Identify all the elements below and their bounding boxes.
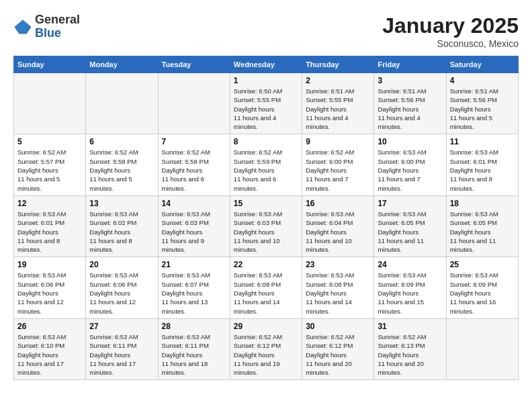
calendar-cell: 17Sunrise: 6:53 AMSunset: 6:05 PMDayligh… <box>374 195 446 257</box>
calendar-cell: 23Sunrise: 6:53 AMSunset: 6:08 PMDayligh… <box>302 257 374 318</box>
weekday-header: Saturday <box>446 56 518 73</box>
weekday-header: Thursday <box>302 56 374 73</box>
day-info: Sunrise: 6:52 AMSunset: 6:12 PMDaylight … <box>234 332 298 377</box>
calendar-cell: 25Sunrise: 6:53 AMSunset: 6:09 PMDayligh… <box>446 257 518 318</box>
day-info: Sunrise: 6:53 AMSunset: 6:11 PMDaylight … <box>89 332 154 377</box>
day-info: Sunrise: 6:53 AMSunset: 6:01 PMDaylight … <box>450 148 515 192</box>
day-number: 22 <box>234 260 298 269</box>
calendar-week-row: 12Sunrise: 6:53 AMSunset: 6:01 PMDayligh… <box>14 195 519 257</box>
calendar-title: January 2025 <box>382 13 519 38</box>
day-number: 20 <box>89 260 154 269</box>
logo: General Blue <box>13 13 80 40</box>
calendar-cell: 11Sunrise: 6:53 AMSunset: 6:01 PMDayligh… <box>446 134 518 195</box>
calendar-subtitle: Soconusco, Mexico <box>382 38 519 49</box>
calendar-cell: 30Sunrise: 6:52 AMSunset: 6:12 PMDayligh… <box>302 318 374 379</box>
day-info: Sunrise: 6:53 AMSunset: 6:03 PMDaylight … <box>162 210 226 254</box>
day-number: 25 <box>450 260 515 269</box>
calendar-cell: 8Sunrise: 6:52 AMSunset: 5:59 PMDaylight… <box>230 134 302 195</box>
day-number: 5 <box>17 137 82 146</box>
calendar-cell: 22Sunrise: 6:53 AMSunset: 6:08 PMDayligh… <box>230 257 302 318</box>
day-info: Sunrise: 6:53 AMSunset: 6:03 PMDaylight … <box>234 210 298 254</box>
day-number: 23 <box>306 260 370 269</box>
day-info: Sunrise: 6:51 AMSunset: 5:56 PMDaylight … <box>378 87 442 131</box>
day-info: Sunrise: 6:53 AMSunset: 6:01 PMDaylight … <box>17 210 82 254</box>
day-info: Sunrise: 6:53 AMSunset: 6:06 PMDaylight … <box>17 271 82 315</box>
day-info: Sunrise: 6:52 AMSunset: 5:57 PMDaylight … <box>17 148 82 192</box>
day-number: 30 <box>306 322 370 331</box>
calendar-header: SundayMondayTuesdayWednesdayThursdayFrid… <box>14 56 519 73</box>
calendar-cell: 18Sunrise: 6:53 AMSunset: 6:05 PMDayligh… <box>446 195 518 257</box>
day-info: Sunrise: 6:52 AMSunset: 5:59 PMDaylight … <box>234 148 298 192</box>
day-number: 27 <box>89 322 154 331</box>
day-info: Sunrise: 6:50 AMSunset: 5:55 PMDaylight … <box>234 87 298 131</box>
calendar-cell <box>14 73 86 134</box>
calendar-week-row: 5Sunrise: 6:52 AMSunset: 5:57 PMDaylight… <box>14 134 519 195</box>
calendar-cell: 29Sunrise: 6:52 AMSunset: 6:12 PMDayligh… <box>230 318 302 379</box>
calendar-cell: 19Sunrise: 6:53 AMSunset: 6:06 PMDayligh… <box>14 257 86 318</box>
day-number: 18 <box>450 199 515 208</box>
calendar-cell: 9Sunrise: 6:52 AMSunset: 6:00 PMDaylight… <box>302 134 374 195</box>
day-info: Sunrise: 6:53 AMSunset: 6:04 PMDaylight … <box>306 210 370 254</box>
calendar-cell: 16Sunrise: 6:53 AMSunset: 6:04 PMDayligh… <box>302 195 374 257</box>
day-number: 13 <box>89 199 154 208</box>
day-info: Sunrise: 6:52 AMSunset: 6:12 PMDaylight … <box>306 332 370 377</box>
day-info: Sunrise: 6:51 AMSunset: 5:55 PMDaylight … <box>306 87 370 131</box>
weekday-header-row: SundayMondayTuesdayWednesdayThursdayFrid… <box>14 56 519 73</box>
calendar-cell: 24Sunrise: 6:53 AMSunset: 6:09 PMDayligh… <box>374 257 446 318</box>
day-number: 29 <box>234 322 298 331</box>
calendar-cell: 3Sunrise: 6:51 AMSunset: 5:56 PMDaylight… <box>374 73 446 134</box>
day-info: Sunrise: 6:53 AMSunset: 6:08 PMDaylight … <box>306 271 370 315</box>
page-header: General Blue January 2025 Soconusco, Mex… <box>13 13 519 49</box>
calendar-cell: 21Sunrise: 6:53 AMSunset: 6:07 PMDayligh… <box>158 257 230 318</box>
day-info: Sunrise: 6:52 AMSunset: 6:13 PMDaylight … <box>378 332 442 377</box>
calendar-cell: 13Sunrise: 6:53 AMSunset: 6:02 PMDayligh… <box>86 195 158 257</box>
day-number: 17 <box>378 199 442 208</box>
day-info: Sunrise: 6:52 AMSunset: 6:00 PMDaylight … <box>306 148 370 192</box>
calendar-cell: 28Sunrise: 6:53 AMSunset: 6:11 PMDayligh… <box>158 318 230 379</box>
calendar-table: SundayMondayTuesdayWednesdayThursdayFrid… <box>13 56 519 380</box>
calendar-cell: 12Sunrise: 6:53 AMSunset: 6:01 PMDayligh… <box>14 195 86 257</box>
day-number: 28 <box>162 322 226 331</box>
day-info: Sunrise: 6:53 AMSunset: 6:02 PMDaylight … <box>89 210 154 254</box>
day-number: 4 <box>450 76 515 85</box>
calendar-cell: 27Sunrise: 6:53 AMSunset: 6:11 PMDayligh… <box>86 318 158 379</box>
calendar-cell: 15Sunrise: 6:53 AMSunset: 6:03 PMDayligh… <box>230 195 302 257</box>
day-number: 10 <box>378 137 442 146</box>
day-info: Sunrise: 6:52 AMSunset: 5:58 PMDaylight … <box>162 148 226 192</box>
logo-general: General <box>35 13 80 27</box>
logo-text: General Blue <box>35 13 80 40</box>
calendar-week-row: 19Sunrise: 6:53 AMSunset: 6:06 PMDayligh… <box>14 257 519 318</box>
day-info: Sunrise: 6:53 AMSunset: 6:00 PMDaylight … <box>378 148 442 192</box>
day-number: 14 <box>162 199 226 208</box>
day-info: Sunrise: 6:51 AMSunset: 5:56 PMDaylight … <box>450 87 515 131</box>
day-info: Sunrise: 6:53 AMSunset: 6:08 PMDaylight … <box>234 271 298 315</box>
weekday-header: Tuesday <box>158 56 230 73</box>
day-number: 7 <box>162 137 226 146</box>
day-info: Sunrise: 6:53 AMSunset: 6:09 PMDaylight … <box>378 271 442 315</box>
calendar-cell <box>86 73 158 134</box>
weekday-header: Wednesday <box>230 56 302 73</box>
calendar-cell <box>158 73 230 134</box>
day-number: 9 <box>306 137 370 146</box>
calendar-cell: 6Sunrise: 6:52 AMSunset: 5:58 PMDaylight… <box>86 134 158 195</box>
day-number: 16 <box>306 199 370 208</box>
day-number: 1 <box>234 76 298 85</box>
day-number: 2 <box>306 76 370 85</box>
weekday-header: Sunday <box>14 56 86 73</box>
calendar-cell: 4Sunrise: 6:51 AMSunset: 5:56 PMDaylight… <box>446 73 518 134</box>
calendar-cell: 31Sunrise: 6:52 AMSunset: 6:13 PMDayligh… <box>374 318 446 379</box>
calendar-week-row: 1Sunrise: 6:50 AMSunset: 5:55 PMDaylight… <box>14 73 519 134</box>
day-number: 26 <box>17 322 82 331</box>
day-number: 12 <box>17 199 82 208</box>
day-number: 24 <box>378 260 442 269</box>
calendar-body: 1Sunrise: 6:50 AMSunset: 5:55 PMDaylight… <box>14 73 519 380</box>
day-info: Sunrise: 6:53 AMSunset: 6:10 PMDaylight … <box>17 332 82 377</box>
logo-icon <box>13 17 32 36</box>
day-number: 19 <box>17 260 82 269</box>
calendar-cell: 5Sunrise: 6:52 AMSunset: 5:57 PMDaylight… <box>14 134 86 195</box>
day-number: 11 <box>450 137 515 146</box>
calendar-cell: 10Sunrise: 6:53 AMSunset: 6:00 PMDayligh… <box>374 134 446 195</box>
calendar-cell: 14Sunrise: 6:53 AMSunset: 6:03 PMDayligh… <box>158 195 230 257</box>
calendar-week-row: 26Sunrise: 6:53 AMSunset: 6:10 PMDayligh… <box>14 318 519 379</box>
day-number: 31 <box>378 322 442 331</box>
